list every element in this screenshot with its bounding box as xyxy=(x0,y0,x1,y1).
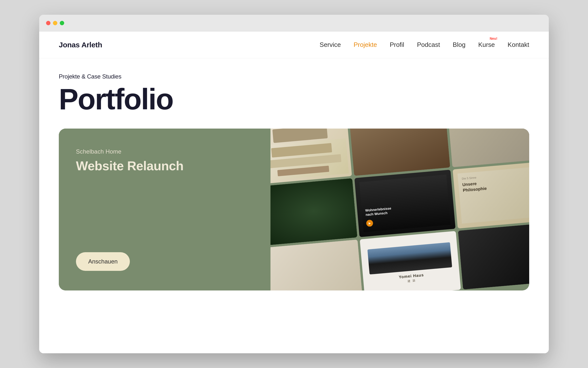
nav-links: Service Projekte Profil Podcast Blog Kur… xyxy=(320,41,529,49)
nav-item-kurse[interactable]: Kurse Neu! xyxy=(478,41,495,49)
nav-item-blog[interactable]: Blog xyxy=(453,41,466,49)
main-content: Projekte & Case Studies Portfolio Schelb… xyxy=(39,58,549,353)
navigation: Jonas Arleth Service Projekte Profil Pod… xyxy=(39,31,549,58)
mosaic-grid: Wohnerlebnisse nach Wunsch ▶ Die 5 Sinne xyxy=(270,129,529,290)
mosaic-item-4 xyxy=(270,178,357,246)
portfolio-card: Schelbach Home Website Relaunch Anschaue… xyxy=(59,129,529,290)
nav-item-podcast[interactable]: Podcast xyxy=(417,41,440,49)
card-project-title: Website Relaunch xyxy=(76,159,253,173)
neu-badge: Neu! xyxy=(490,37,497,40)
mosaic-item-7: Fertigung xyxy=(270,239,363,290)
nav-item-projekte[interactable]: Projekte xyxy=(354,41,377,49)
maximize-button[interactable] xyxy=(60,21,64,25)
mosaic-item-2 xyxy=(349,129,450,176)
yomei-sub-label: 建 築 xyxy=(407,279,416,283)
card-project-name: Schelbach Home xyxy=(76,148,253,155)
nav-item-service[interactable]: Service xyxy=(320,41,341,49)
traffic-lights xyxy=(46,21,64,25)
kurse-label: Kurse xyxy=(478,41,495,48)
card-text-area: Schelbach Home Website Relaunch xyxy=(76,148,253,173)
browser-window: Jonas Arleth Service Projekte Profil Pod… xyxy=(39,15,549,353)
card-right: Wohnerlebnisse nach Wunsch ▶ Die 5 Sinne xyxy=(270,129,529,290)
page-subtitle: Projekte & Case Studies xyxy=(59,73,529,80)
mosaic-item-9 xyxy=(458,222,529,289)
mosaic-item-5: Wohnerlebnisse nach Wunsch ▶ xyxy=(355,170,455,237)
anschauen-button[interactable]: Anschauen xyxy=(76,252,130,271)
page-title: Portfolio xyxy=(59,84,529,114)
minimize-button[interactable] xyxy=(53,21,57,25)
card-left: Schelbach Home Website Relaunch Anschaue… xyxy=(59,129,270,290)
mosaic-item-3 xyxy=(447,129,529,167)
browser-chrome xyxy=(39,15,549,31)
close-button[interactable] xyxy=(46,21,50,25)
yomei-haus-label: Yomei Haus xyxy=(399,273,424,279)
nav-item-profil[interactable]: Profil xyxy=(390,41,404,49)
mosaic-item-8: Yomei Haus 建 築 xyxy=(360,231,461,290)
nav-item-kontakt[interactable]: Kontakt xyxy=(508,41,529,49)
mosaic-item-1 xyxy=(270,129,352,184)
browser-content: Jonas Arleth Service Projekte Profil Pod… xyxy=(39,31,549,353)
site-logo[interactable]: Jonas Arleth xyxy=(59,41,102,49)
mosaic-item-6: Die 5 Sinne UnserePhilosophie xyxy=(453,161,529,228)
